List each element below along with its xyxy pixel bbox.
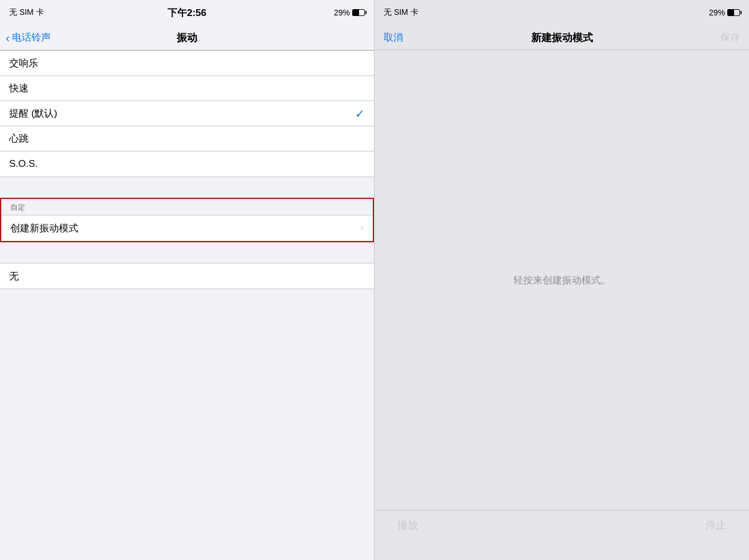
symphony-label: 交响乐 [9, 57, 38, 70]
list-item-symphony[interactable]: 交响乐 [0, 51, 374, 76]
create-label: 创建新振动模式 [10, 222, 78, 235]
right-status-bar: 无 SIM 卡 下午2:57 29% [374, 0, 749, 25]
battery-icon [352, 9, 365, 16]
chevron-right-icon: › [361, 223, 364, 233]
back-button[interactable]: ‹ 电话铃声 [6, 31, 51, 44]
sos-label: S.O.S. [9, 158, 38, 170]
left-nav-bar: ‹ 电话铃声 振动 [0, 25, 374, 50]
list-item-reminder[interactable]: 提醒 (默认) ✓ [0, 101, 374, 126]
custom-section-header: 自定 [1, 199, 373, 215]
right-nav-bar: 取消 新建振动模式 保存 [374, 25, 749, 50]
right-battery-icon [727, 9, 740, 16]
right-sim-status: 无 SIM 卡 [384, 7, 419, 18]
list-item-none[interactable]: 无 [0, 263, 374, 289]
left-battery: 29% [334, 8, 365, 17]
cancel-button[interactable]: 取消 [384, 31, 403, 44]
right-toolbar: 播放 停止 [374, 510, 749, 560]
list-item-fast[interactable]: 快速 [0, 76, 374, 101]
custom-list: 创建新振动模式 › [1, 215, 373, 241]
vibration-list: 交响乐 快速 提醒 (默认) ✓ 心跳 S.O.S. [0, 50, 374, 177]
left-panel: 无 SIM 卡 下午2:56 29% ‹ 电话铃声 振动 交响乐 快速 提醒 (… [0, 0, 374, 560]
right-panel: 无 SIM 卡 下午2:57 29% 取消 新建振动模式 保存 轻按来创建振动模… [374, 0, 749, 560]
left-time: 下午2:56 [168, 6, 206, 19]
checkmark-icon: ✓ [355, 107, 365, 121]
section-divider-2 [0, 242, 374, 263]
list-item-heartbeat[interactable]: 心跳 [0, 126, 374, 151]
right-content-area[interactable]: 轻按来创建振动模式。 [374, 50, 749, 510]
bottom-list: 无 [0, 263, 374, 289]
section-divider-1 [0, 177, 374, 198]
right-nav-title: 新建振动模式 [531, 31, 593, 45]
reminder-label: 提醒 (默认) [9, 107, 57, 120]
save-button[interactable]: 保存 [720, 31, 740, 44]
hint-text: 轻按来创建振动模式。 [513, 274, 611, 287]
list-item-create[interactable]: 创建新振动模式 › [1, 215, 373, 241]
back-arrow-icon: ‹ [6, 32, 10, 43]
stop-button[interactable]: 停止 [706, 518, 726, 532]
fast-label: 快速 [9, 82, 29, 95]
list-item-sos[interactable]: S.O.S. [0, 151, 374, 177]
left-nav-title: 振动 [177, 31, 197, 45]
heartbeat-label: 心跳 [9, 132, 29, 145]
left-status-bar: 无 SIM 卡 下午2:56 29% [0, 0, 374, 25]
left-sim-status: 无 SIM 卡 [9, 7, 44, 18]
play-button[interactable]: 播放 [397, 518, 418, 532]
custom-section-wrapper: 自定 创建新振动模式 › [0, 198, 374, 242]
right-battery: 29% [709, 8, 740, 17]
none-label: 无 [9, 270, 19, 283]
